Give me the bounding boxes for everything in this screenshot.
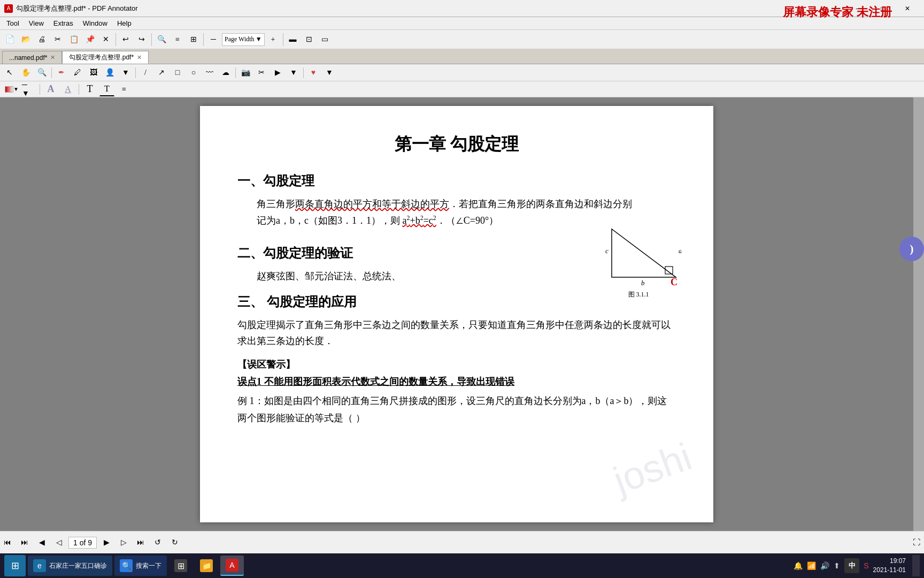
redo-button[interactable]: ↪ (134, 32, 149, 47)
error-box: 【误区警示】 (237, 358, 676, 371)
single-page-button[interactable]: ▬ (286, 32, 301, 47)
menu-help[interactable]: Help (113, 18, 136, 28)
tabs-bar: ...named.pdf* ✕ 勾股定理考点整理.pdf* ✕ (0, 49, 924, 64)
menu-view[interactable]: View (25, 18, 48, 28)
sys-tray: 🔔 📶 🔊 ⬆ 中 S 19:07 2021-11-01 (789, 557, 910, 575)
nav-first-button[interactable]: ⏮ (0, 535, 15, 550)
toolbar: 📄 📂 🖨 ✂ 📋 📌 ✕ ↩ ↪ 🔍 ≡ ⊞ ─ Page Width ▼ +… (0, 30, 924, 49)
crop-tool[interactable]: ✂ (254, 66, 269, 80)
line-style[interactable]: ─ ▼ (21, 82, 36, 96)
media-tool[interactable]: ▶ (270, 66, 285, 80)
svg-text:b: b (641, 279, 645, 287)
tab-pythagorean[interactable]: 勾股定理考点整理.pdf* ✕ (62, 51, 149, 64)
pdf-icon: A (226, 559, 238, 572)
nav-last-button[interactable]: ⏭ (133, 535, 148, 550)
svg-text:a: a (679, 247, 681, 255)
menu-tool[interactable]: Tool (2, 18, 24, 28)
nav-prev-button[interactable]: ◀ (34, 535, 49, 550)
toolbar-sep2 (151, 33, 152, 46)
expand-button[interactable]: ⊞ (186, 32, 201, 47)
app-icon: A (4, 4, 13, 13)
nav-next-button[interactable]: ▷ (116, 535, 131, 550)
taskbar-browser[interactable]: e 石家庄一家五口确诊 (28, 556, 112, 576)
undo-button[interactable]: ↩ (118, 32, 133, 47)
taskbar-explorer[interactable]: 📁 (195, 556, 218, 576)
print-button[interactable]: 🖨 (34, 32, 49, 47)
highlighter-tool[interactable]: 🖊 (70, 66, 85, 80)
nav-rotate-left[interactable]: ↺ (150, 535, 165, 550)
tab-unnamed[interactable]: ...named.pdf* ✕ (2, 51, 62, 64)
search-icon: 🔍 (120, 559, 133, 572)
oval-tool[interactable]: ○ (186, 66, 201, 80)
hand-tool[interactable]: ✋ (18, 66, 33, 80)
lang-indicator[interactable]: 中 (844, 558, 859, 573)
arrow-tool[interactable]: ↗ (154, 66, 169, 80)
text-align-b[interactable]: A (60, 82, 75, 96)
minus-button[interactable]: ─ (206, 32, 221, 47)
tray-upload[interactable]: ⬆ (834, 561, 840, 570)
nav-rotate-right[interactable]: ↻ (167, 535, 182, 550)
taskbar-pdf[interactable]: A (220, 556, 244, 576)
pen-tool[interactable]: ✒ (54, 66, 69, 80)
select-tool[interactable]: ↖ (2, 66, 17, 80)
nav-prev2-button[interactable]: ◁ (51, 535, 66, 550)
show-desktop-button[interactable] (912, 555, 920, 576)
tray-network[interactable]: 📶 (807, 561, 816, 570)
watermark-top: 屏幕录像专家 未注册 (783, 4, 892, 20)
heart-tool[interactable]: ♥ (306, 66, 321, 80)
text-tool-T[interactable]: T (82, 82, 97, 96)
layers-button[interactable]: ≡ (170, 32, 185, 47)
copy-button[interactable]: 📋 (66, 32, 81, 47)
tray-notification[interactable]: 🔔 (794, 561, 803, 570)
screenshot-tool[interactable]: 📷 (238, 66, 253, 80)
nav-fullscreen[interactable]: ⛶ (909, 535, 924, 550)
sidebar-expand-button[interactable]: ) (899, 237, 924, 261)
tab-pythagorean-close[interactable]: ✕ (137, 54, 142, 61)
nav-prev-prev-button[interactable]: ⏭ (17, 535, 32, 550)
more-tool[interactable]: ▼ (118, 66, 133, 80)
text-tool-center[interactable]: ≡ (117, 82, 132, 96)
cloud-tool[interactable]: ☁ (218, 66, 233, 80)
cut-button[interactable]: ✂ (50, 32, 65, 47)
line-tool[interactable]: / (138, 66, 153, 80)
ann-sep1 (51, 67, 52, 78)
browser-label: 石家庄一家五口确诊 (49, 561, 107, 571)
error-point: 误点1 不能用图形面积表示代数式之间的数量关系，导致出现错误 (237, 375, 676, 388)
open-button[interactable]: 📂 (18, 32, 33, 47)
rect-tool[interactable]: □ (170, 66, 185, 80)
menu-extras[interactable]: Extras (49, 18, 78, 28)
new-button[interactable]: 📄 (2, 32, 17, 47)
para1a: 角三角形两条直角边的平方和等于斜边的平方．若把直角三角形的两条直角边和斜边分别 (237, 196, 676, 212)
page-watermark: joshi (607, 434, 697, 503)
media-drop[interactable]: ▼ (286, 66, 301, 80)
tab-unnamed-close[interactable]: ✕ (50, 54, 55, 61)
two-page-button[interactable]: ⊡ (302, 32, 317, 47)
zoom-tool[interactable]: 🔍 (34, 66, 49, 80)
taskbar-windows[interactable]: ⊞ (169, 556, 192, 576)
color-picker[interactable]: ▼ (4, 82, 19, 96)
text-align-a[interactable]: A (43, 82, 58, 96)
tray-volume[interactable]: 🔊 (820, 561, 829, 570)
start-button[interactable]: ⊞ (4, 555, 26, 576)
close-button[interactable]: ✕ (895, 0, 920, 17)
paste-button[interactable]: 📌 (82, 32, 97, 47)
menu-window[interactable]: Window (79, 18, 112, 28)
clock: 19:07 2021-11-01 (873, 557, 906, 575)
svg-text:C: C (671, 277, 677, 287)
example-content: 例 1：如图是由四个相同的直角三角尺拼接成的图形，设三角尺的直角边长分别为a，b… (237, 396, 667, 423)
clock-date: 2021-11-01 (873, 566, 906, 575)
heart-drop[interactable]: ▼ (322, 66, 337, 80)
stamp-tool[interactable]: 👤 (102, 66, 117, 80)
plus-button[interactable]: + (266, 32, 281, 47)
taskbar-search[interactable]: 🔍 搜索一下 (114, 556, 167, 576)
free-draw[interactable]: 〰 (202, 66, 217, 80)
full-width-button[interactable]: ▭ (318, 32, 333, 47)
app-title: 勾股定理考点整理.pdf* - PDF Annotator (16, 4, 138, 13)
delete-button[interactable]: ✕ (98, 32, 113, 47)
formula-underline: a2+b2=c2 (402, 215, 436, 226)
nav-play-button[interactable]: ▶ (99, 535, 114, 550)
search-button[interactable]: 🔍 (154, 32, 169, 47)
text-tool-T2[interactable]: T (99, 82, 114, 96)
image-tool[interactable]: 🖼 (86, 66, 101, 80)
zoom-dropdown[interactable]: Page Width ▼ (222, 33, 265, 46)
